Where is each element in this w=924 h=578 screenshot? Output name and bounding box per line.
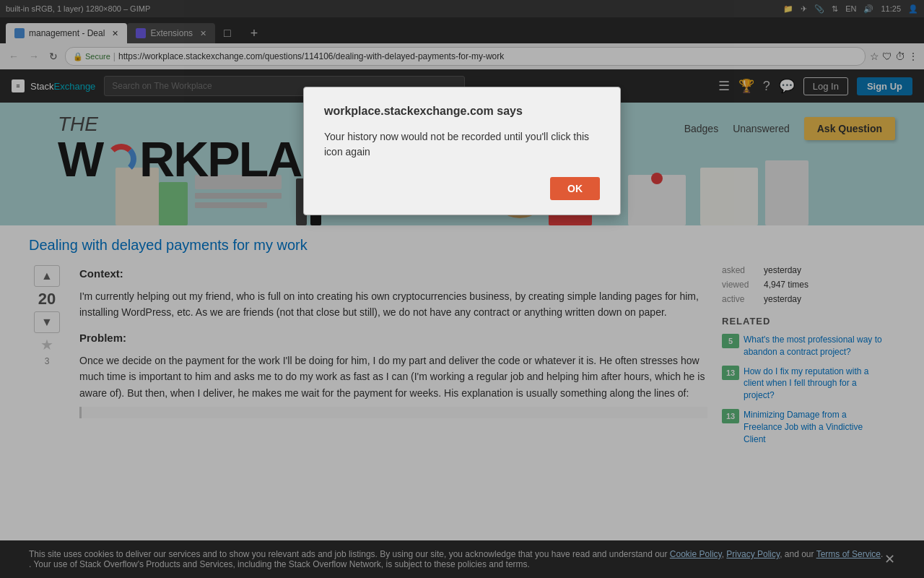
dialog-box: workplace.stackexchange.com says Your hi… [303, 87, 621, 215]
dialog-title: workplace.stackexchange.com says [324, 105, 600, 118]
dialog-message: Your history now would not be recorded u… [324, 129, 600, 160]
dialog-overlay: workplace.stackexchange.com says Your hi… [0, 0, 924, 578]
dialog-ok-button[interactable]: OK [550, 177, 600, 200]
dialog-actions: OK [324, 177, 600, 200]
